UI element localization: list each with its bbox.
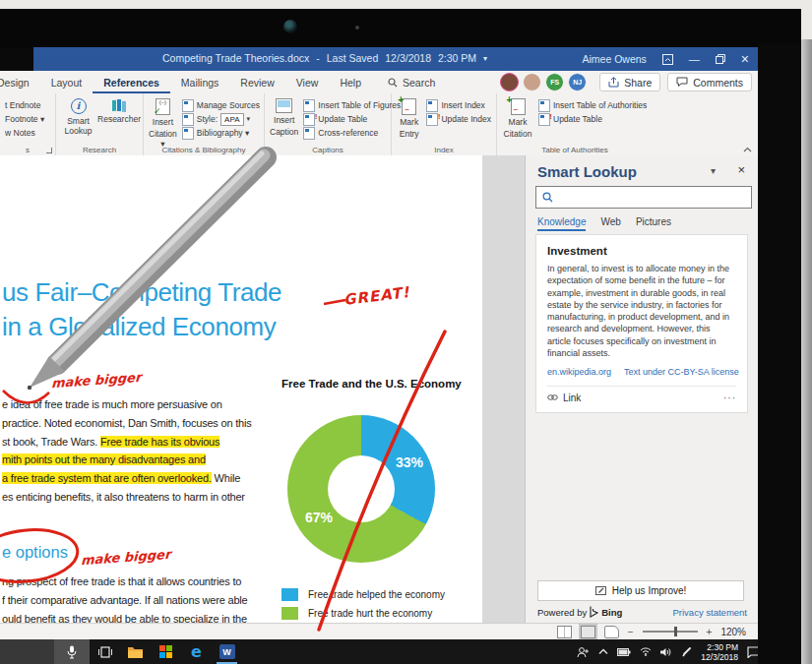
update-index-button[interactable]: !Update Index xyxy=(426,113,491,125)
captions-group-label: Captions xyxy=(265,146,391,154)
zoom-in-button[interactable]: + xyxy=(707,627,713,637)
zoom-slider[interactable] xyxy=(643,631,698,633)
update-table-authorities-icon: ! xyxy=(538,113,550,126)
zoom-out-button[interactable]: − xyxy=(628,627,634,637)
zoom-level[interactable]: 120% xyxy=(720,627,746,637)
print-layout-icon[interactable] xyxy=(581,626,595,638)
style-value[interactable]: APA xyxy=(220,113,243,126)
researcher-icon xyxy=(111,98,127,112)
researcher-button[interactable]: Researcher xyxy=(100,96,138,143)
more-options-icon[interactable]: ··· xyxy=(723,392,736,403)
avatar[interactable] xyxy=(500,73,519,91)
manage-sources-button[interactable]: Manage Sources xyxy=(182,99,260,111)
mark-entry-icon: +– xyxy=(402,98,416,115)
avatar[interactable] xyxy=(523,73,541,91)
pane-tab-web[interactable]: Web xyxy=(600,216,620,231)
tab-references[interactable]: References xyxy=(93,73,170,93)
insert-table-of-figures-button[interactable]: Insert Table of Figures xyxy=(303,99,401,111)
file-explorer-button[interactable] xyxy=(120,639,151,664)
avatar[interactable]: FS xyxy=(545,73,564,91)
donut-chart[interactable]: 33% 67% xyxy=(287,415,435,563)
tab-help[interactable]: Help xyxy=(329,73,372,93)
insert-caption-button[interactable]: Insert Caption xyxy=(270,96,298,143)
bibliography-button[interactable]: Bibliography ▾ xyxy=(182,127,260,139)
word-taskbar-button[interactable]: W xyxy=(212,639,242,664)
minimize-button[interactable]: — xyxy=(689,54,700,65)
microphone-button[interactable] xyxy=(54,639,90,664)
insert-table-of-authorities-button[interactable]: Insert Table of Authorities xyxy=(538,99,647,111)
legend-label: Free trade hurt the economy xyxy=(308,608,432,619)
collapse-ribbon-icon[interactable] xyxy=(743,147,752,152)
taskbar-clock[interactable]: 2:30 PM 12/3/2018 xyxy=(701,642,738,662)
powered-by-bing: Powered by Bing xyxy=(537,606,622,618)
insert-citation-button[interactable]: (–)✓ Insert Citation ▾ xyxy=(149,96,177,143)
dialog-launcher-icon[interactable] xyxy=(46,148,52,153)
speaker-icon[interactable] xyxy=(660,647,672,657)
search-box[interactable]: Search xyxy=(388,77,435,93)
pane-options-caret-icon[interactable]: ▾ xyxy=(711,165,716,176)
ribbon-display-options-icon[interactable] xyxy=(662,54,673,65)
microsoft-store-button[interactable] xyxy=(151,639,181,664)
cross-reference-label: Cross-reference xyxy=(318,128,378,138)
research-group: i Smart Lookup Researcher Research xyxy=(56,93,144,155)
people-icon[interactable] xyxy=(577,646,590,658)
tab-layout[interactable]: Layout xyxy=(40,73,94,93)
signed-in-user[interactable]: Aimee Owens xyxy=(582,53,646,65)
license-link[interactable]: Text under CC-BY-SA license xyxy=(624,367,739,377)
insert-endnote-button[interactable]: t Endnote xyxy=(5,99,50,111)
tab-design[interactable]: Design xyxy=(0,73,40,93)
pane-tab-knowledge[interactable]: Knowledge xyxy=(537,216,586,231)
read-mode-icon[interactable] xyxy=(557,626,572,638)
zoom-slider-thumb[interactable] xyxy=(674,627,677,636)
close-button[interactable]: × xyxy=(741,52,749,66)
authorities-group-label: Table of Authorities xyxy=(497,146,653,154)
word-icon: W xyxy=(219,644,235,659)
battery-icon[interactable] xyxy=(617,648,631,656)
document-canvas[interactable]: us Fair–Competing Trade in a Globalized … xyxy=(0,155,482,623)
citations-group: (–)✓ Insert Citation ▾ Manage Sources St… xyxy=(144,93,265,155)
source-link[interactable]: en.wikipedia.org xyxy=(547,367,611,377)
pane-search-box[interactable] xyxy=(535,186,752,209)
body-line: ould benefit as they would be able to sp… xyxy=(2,610,281,623)
restore-button[interactable] xyxy=(716,54,725,64)
cross-reference-button[interactable]: Cross-reference xyxy=(303,127,401,139)
pane-search-input[interactable] xyxy=(558,191,751,204)
pane-close-icon[interactable]: × xyxy=(737,162,745,177)
update-table-button[interactable]: !Update Table xyxy=(303,113,401,125)
mark-entry-button[interactable]: +– Mark Entry xyxy=(397,96,421,143)
style-dropdown[interactable]: Style:APA▾ xyxy=(182,113,260,125)
show-notes-button[interactable]: w Notes xyxy=(5,127,50,139)
tab-view[interactable]: View xyxy=(285,73,330,93)
update-table-authorities-button[interactable]: !Update Table xyxy=(538,113,647,125)
last-saved-time: 2:30 PM xyxy=(438,52,476,64)
share-button[interactable]: Share xyxy=(599,73,660,91)
smart-lookup-button[interactable]: i Smart Lookup xyxy=(61,96,95,143)
avatar[interactable]: NJ xyxy=(568,73,587,91)
mark-entry-label-2: Entry xyxy=(400,129,419,139)
pane-tab-pictures[interactable]: Pictures xyxy=(636,216,671,231)
citations-group-label: Citations & Bibliography xyxy=(144,146,264,154)
link-action[interactable]: Link xyxy=(547,392,581,403)
web-layout-icon[interactable] xyxy=(604,626,619,638)
tab-mailings[interactable]: Mailings xyxy=(170,73,230,93)
card-links: en.wikipedia.org Text under CC-BY-SA lic… xyxy=(547,367,736,377)
tab-review[interactable]: Review xyxy=(229,73,284,93)
comments-button[interactable]: Comments xyxy=(667,73,752,91)
task-view-button[interactable] xyxy=(90,639,120,664)
last-saved-date: 12/3/2018 xyxy=(385,52,431,64)
wifi-icon[interactable] xyxy=(640,647,652,656)
saved-dropdown-icon[interactable]: ▾ xyxy=(483,54,487,63)
privacy-statement-link[interactable]: Privacy statement xyxy=(673,607,748,618)
pane-tabs: Knowledge Web Pictures xyxy=(537,216,671,231)
insert-index-button[interactable]: Insert Index xyxy=(426,99,491,111)
window-controls: Aimee Owens — × xyxy=(582,47,749,71)
manage-sources-icon xyxy=(182,99,194,112)
next-footnote-button[interactable]: Footnote ▾ xyxy=(5,113,50,125)
device-corner-notch xyxy=(0,47,33,71)
help-us-improve-button[interactable]: Help us Improve! xyxy=(537,580,744,601)
edge-browser-button[interactable]: e xyxy=(181,639,212,664)
mark-citation-button[interactable]: +– Mark Citation xyxy=(502,96,533,143)
pen-icon[interactable] xyxy=(681,646,692,657)
tray-chevron-icon[interactable] xyxy=(598,648,608,655)
smart-lookup-label: Smart Lookup xyxy=(61,116,95,136)
